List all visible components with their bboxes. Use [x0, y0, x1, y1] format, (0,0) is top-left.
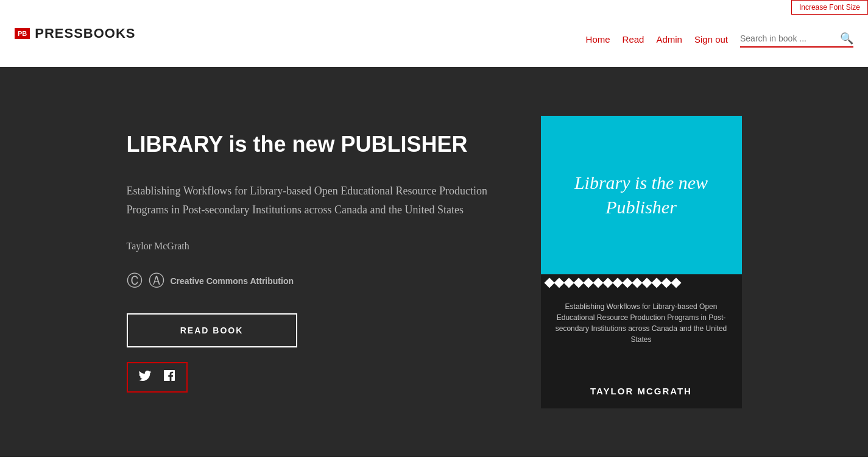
increase-font-button[interactable]: Increase Font Size — [791, 0, 868, 15]
diamond-8 — [612, 278, 623, 288]
diamond-5 — [583, 278, 593, 288]
cover-author: TAYLOR MCGRATH — [553, 386, 730, 396]
search-area: 🔍 — [740, 32, 853, 48]
diamond-9 — [622, 278, 632, 288]
page-wrapper: Increase Font Size PB PRESSBOOKS Home Re… — [0, 0, 868, 457]
license-area: Ⓒ Ⓐ Creative Commons Attribution — [127, 270, 492, 291]
nav-home[interactable]: Home — [586, 34, 610, 44]
read-book-button[interactable]: READ BOOK — [127, 313, 297, 347]
cover-title: Library is the new Publisher — [556, 171, 727, 220]
logo-text: PRESSBOOKS — [35, 26, 135, 41]
main-nav: Home Read Admin Sign out 🔍 — [586, 32, 853, 48]
diamond-2 — [554, 278, 564, 288]
page-title: LIBRARY is the new PUBLISHER — [127, 132, 492, 157]
diamond-6 — [593, 278, 603, 288]
cover-top: Library is the new Publisher — [541, 116, 742, 274]
diamond-11 — [641, 278, 652, 288]
logo-link[interactable]: PB PRESSBOOKS — [15, 26, 136, 41]
diamond-10 — [632, 278, 642, 288]
hero-subtitle: Establishing Workflows for Library-based… — [127, 182, 492, 219]
hero-author: Taylor McGrath — [127, 241, 492, 252]
site-header: Increase Font Size PB PRESSBOOKS Home Re… — [0, 0, 868, 67]
nav-admin[interactable]: Admin — [656, 34, 682, 44]
license-text: Creative Commons Attribution — [171, 276, 294, 286]
search-icon[interactable]: 🔍 — [840, 32, 853, 45]
facebook-share-button[interactable] — [162, 368, 177, 386]
cover-description: Establishing Workflows for Library-based… — [553, 301, 730, 345]
diamond-13 — [661, 278, 671, 288]
cc-by-icon: Ⓐ — [149, 270, 164, 291]
logo-icon: PB — [15, 28, 30, 39]
hero-section: LIBRARY is the new PUBLISHER Establishin… — [0, 67, 868, 457]
cover-bottom: Establishing Workflows for Library-based… — [541, 291, 742, 408]
diamond-7 — [602, 278, 613, 288]
diamond-3 — [563, 278, 574, 288]
search-input[interactable] — [740, 34, 838, 43]
twitter-share-button[interactable] — [138, 368, 152, 386]
social-share-area — [127, 362, 188, 393]
nav-read[interactable]: Read — [623, 34, 644, 44]
cc-icon: Ⓒ — [127, 270, 143, 291]
diamond-1 — [544, 278, 554, 288]
diamond-4 — [573, 278, 584, 288]
diamond-14 — [671, 278, 681, 288]
book-cover: Library is the new Publisher Establi — [541, 116, 742, 408]
cover-diamonds-row — [541, 274, 742, 291]
diamond-12 — [651, 278, 662, 288]
hero-content: LIBRARY is the new PUBLISHER Establishin… — [127, 132, 492, 393]
nav-signout[interactable]: Sign out — [694, 34, 728, 44]
